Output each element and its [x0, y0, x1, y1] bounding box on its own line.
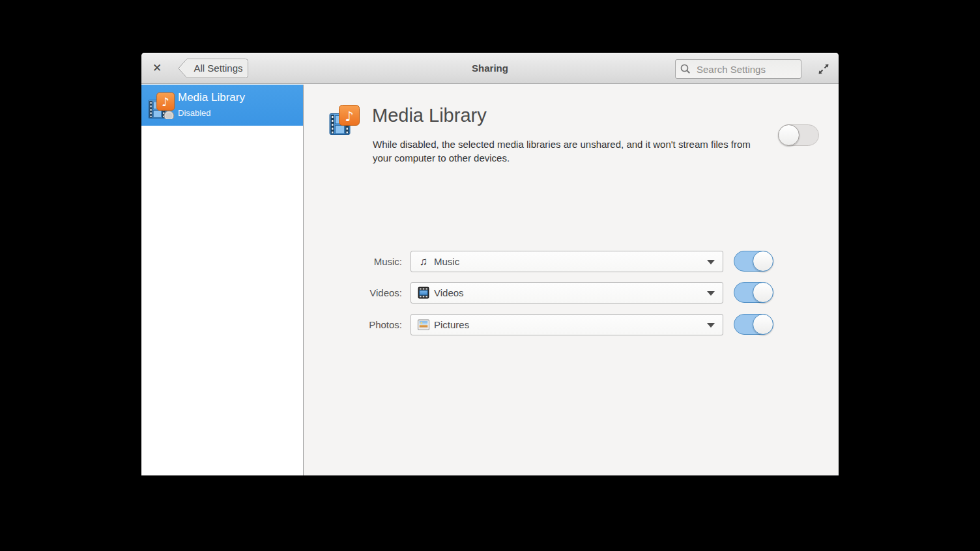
videos-dropdown-value: Videos — [434, 283, 464, 303]
music-row-label: Music: — [324, 251, 402, 272]
section-title: Media Library — [372, 105, 487, 126]
headerbar: ✕ All Settings Sharing — [141, 53, 839, 84]
photos-row-label: Photos: — [324, 314, 402, 335]
chevron-down-icon — [707, 260, 715, 264]
settings-window: ✕ All Settings Sharing — [141, 53, 839, 475]
media-library-icon — [329, 104, 360, 135]
video-filmstrip-icon — [417, 287, 430, 299]
videos-share-toggle[interactable] — [734, 282, 773, 303]
sidebar-item-title: Media Library — [178, 91, 245, 104]
music-share-toggle[interactable] — [734, 251, 773, 272]
media-library-icon — [148, 92, 175, 119]
all-settings-back-button[interactable]: All Settings — [178, 59, 248, 78]
search-input[interactable] — [675, 59, 801, 79]
sidebar-item-status: Disabled — [178, 108, 211, 118]
photo-icon — [417, 318, 430, 331]
photos-dropdown-value: Pictures — [434, 315, 469, 335]
close-icon[interactable]: ✕ — [148, 59, 166, 78]
music-note-icon: ♫ — [417, 251, 430, 272]
section-description: While disabled, the selected media libra… — [373, 137, 757, 165]
toggle-knob — [753, 314, 773, 335]
videos-row-label: Videos: — [324, 282, 402, 304]
chevron-down-icon — [707, 323, 715, 328]
photos-folder-dropdown[interactable]: Pictures — [411, 314, 723, 335]
videos-folder-dropdown[interactable]: Videos — [411, 282, 723, 304]
search-field-wrap — [675, 59, 801, 79]
toggle-knob — [778, 124, 800, 146]
music-folder-dropdown[interactable]: ♫ Music — [411, 251, 723, 272]
maximize-icon[interactable] — [816, 62, 831, 76]
sidebar-item-media-library[interactable]: Media Library Disabled — [141, 85, 303, 126]
photos-share-toggle[interactable] — [734, 314, 773, 335]
music-row: Music: ♫ Music — [141, 251, 839, 272]
music-dropdown-value: Music — [434, 251, 459, 272]
sidebar: Media Library Disabled — [141, 85, 304, 475]
back-button-label: All Settings — [188, 59, 248, 78]
search-icon — [680, 63, 691, 75]
videos-row: Videos: Videos — [141, 282, 839, 304]
toggle-knob — [753, 282, 773, 303]
photos-row: Photos: Pictures — [141, 314, 839, 335]
media-library-master-toggle[interactable] — [778, 124, 819, 146]
toggle-knob — [753, 251, 773, 272]
chevron-down-icon — [707, 291, 715, 296]
